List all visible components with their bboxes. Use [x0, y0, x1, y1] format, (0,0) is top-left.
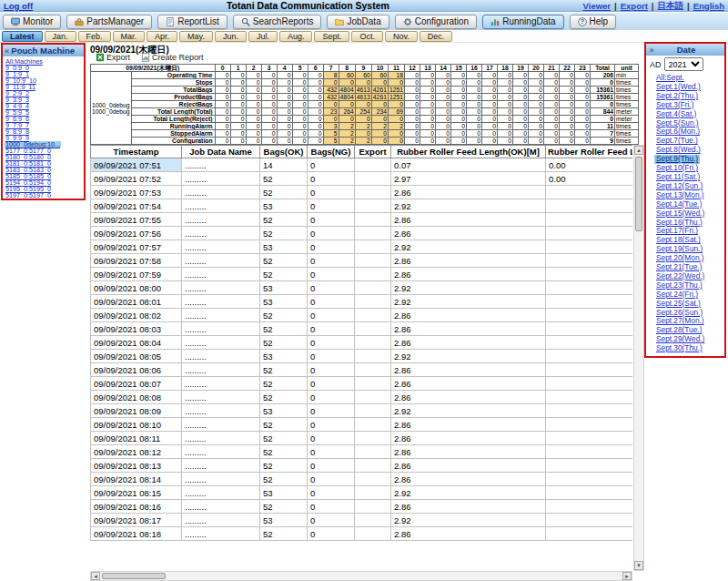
- top-link-viewer[interactable]: Viewer: [583, 1, 611, 11]
- summary-value-cell: 0: [544, 94, 560, 101]
- summary-value-cell: 0: [482, 130, 498, 138]
- month-tab-mar[interactable]: Mar.: [113, 31, 146, 42]
- month-tab-may[interactable]: May.: [179, 31, 213, 42]
- records-cell: 52: [260, 227, 308, 240]
- horizontal-scrollbar[interactable]: ◄ ►: [90, 571, 632, 581]
- summary-value-cell: 0: [513, 123, 529, 130]
- horizontal-scroll-thumb[interactable]: [102, 573, 166, 579]
- summary-value-cell: 0: [513, 72, 529, 79]
- records-cell: 0: [308, 309, 355, 322]
- records-cell: .........: [182, 254, 260, 268]
- top-link-export[interactable]: Export: [621, 1, 648, 11]
- records-cell: [355, 227, 391, 240]
- collapse-right-panel-button[interactable]: »: [646, 45, 657, 56]
- summary-value-cell: 18: [388, 72, 404, 79]
- machine-link[interactable]: 5197_0:5197_0: [5, 192, 52, 199]
- records-cell: .........: [182, 500, 260, 514]
- records-cell: 0: [308, 445, 355, 459]
- records-cell: 0: [308, 336, 355, 350]
- summary-value-cell: 0: [292, 87, 308, 94]
- summary-unit-cell: times: [615, 94, 639, 101]
- summary-value-cell: 0: [498, 72, 513, 79]
- month-tabs: LatestJan.Feb.Mar.Apr.May.Jun.Jul.Aug.Se…: [0, 30, 728, 43]
- summary-value-cell: 0: [277, 87, 292, 94]
- nav-tab-monitor[interactable]: Monitor: [3, 15, 61, 29]
- records-cell: .........: [182, 418, 260, 432]
- summary-value-cell: 0: [405, 108, 420, 116]
- year-select[interactable]: 2021: [664, 57, 703, 71]
- summary-value-cell: 0: [529, 108, 544, 116]
- table-row: 09/09/2021 08:06.........5202.86: [91, 363, 633, 377]
- month-tab-dec[interactable]: Dec.: [420, 31, 453, 42]
- summary-value-cell: 0: [277, 72, 292, 79]
- summary-value-cell: 0: [339, 79, 355, 87]
- summary-value-cell: 5: [323, 138, 339, 145]
- summary-value-cell: 0: [467, 94, 482, 101]
- create-report-button[interactable]: Create Report: [141, 53, 204, 62]
- month-tab-jul[interactable]: Jul.: [248, 31, 278, 42]
- records-cell: [546, 254, 633, 268]
- records-cell: .........: [182, 158, 260, 172]
- nav-tab-reportlist[interactable]: ReportList: [157, 15, 228, 29]
- vertical-scrollbar[interactable]: ▲ ▼: [633, 145, 644, 571]
- top-link-2[interactable]: 日本語: [658, 0, 684, 12]
- summary-hour-header: 22: [560, 65, 575, 72]
- vertical-scroll-thumb[interactable]: [635, 157, 642, 231]
- summary-value-cell: 5: [323, 130, 339, 138]
- collapse-left-panel-button[interactable]: «: [3, 46, 11, 56]
- table-row: 09/09/2021 08:04.........5202.86: [91, 336, 633, 350]
- records-cell: 0: [308, 377, 355, 391]
- summary-value-cell: 0: [436, 72, 451, 79]
- summary-value-cell: 0: [246, 138, 261, 145]
- summary-value-cell: 0: [529, 116, 544, 123]
- month-tab-jan[interactable]: Jan.: [45, 31, 76, 42]
- summary-hour-header: 1: [230, 65, 246, 72]
- nav-tab-partsmanager[interactable]: PartsManager: [66, 15, 152, 29]
- summary-value-cell: 0: [261, 130, 277, 138]
- top-link-english[interactable]: English: [693, 1, 724, 11]
- summary-hour-header: 11: [388, 65, 404, 72]
- summary-value-cell: 0: [405, 94, 420, 101]
- records-cell: 2.92: [391, 199, 546, 213]
- records-cell: 2.86: [391, 363, 546, 377]
- nav-tab-runningdata[interactable]: RunningData: [482, 15, 563, 29]
- month-tab-sept[interactable]: Sept.: [314, 31, 349, 42]
- month-tab-feb[interactable]: Feb.: [78, 31, 111, 42]
- records-cell: [355, 391, 391, 404]
- nav-tab-help[interactable]: ?Help: [570, 15, 617, 29]
- records-table: TimestampJob Data NameBags(OK)Bags(NG)Ex…: [90, 145, 632, 541]
- date-link[interactable]: Sept.15(Wed.): [654, 209, 706, 219]
- nav-tab-configuration[interactable]: Configuration: [395, 15, 477, 29]
- summary-value-cell: 0: [261, 108, 277, 116]
- summary-value-cell: 0: [230, 101, 246, 108]
- monitor-icon: [11, 17, 20, 26]
- records-cell: .........: [182, 350, 260, 363]
- summary-value-cell: 0: [388, 116, 404, 123]
- records-cell: 09/09/2021 07:59: [91, 268, 182, 281]
- scroll-up-button[interactable]: ▲: [634, 146, 643, 155]
- scroll-left-button[interactable]: ◄: [91, 572, 100, 580]
- summary-value-cell: 0: [436, 130, 451, 138]
- nav-tab-searchreports[interactable]: SearchReports: [233, 15, 322, 29]
- logoff-link[interactable]: Log off: [4, 1, 33, 11]
- export-button[interactable]: Export: [96, 53, 130, 62]
- date-link[interactable]: Sept.30(Thu.): [654, 344, 704, 353]
- summary-value-cell: 0: [420, 138, 436, 145]
- table-row: 09/09/2021 07:51.........1400.070.00: [91, 158, 633, 172]
- nav-tab-jobdata[interactable]: JobData: [327, 15, 389, 29]
- month-tab-oct[interactable]: Oct.: [351, 31, 383, 42]
- month-tab-jun[interactable]: Jun.: [215, 31, 247, 42]
- summary-value-cell: 0: [575, 123, 591, 130]
- scroll-right-button[interactable]: ►: [622, 572, 632, 580]
- month-tab-aug[interactable]: Aug.: [279, 31, 313, 42]
- summary-value-cell: 0: [420, 123, 436, 130]
- summary-value-cell: 0: [405, 87, 420, 94]
- month-tab-nov[interactable]: Nov.: [385, 31, 418, 42]
- records-cell: 0.00: [546, 158, 633, 172]
- summary-value-cell: 0: [246, 94, 261, 101]
- month-tab-latest[interactable]: Latest: [2, 31, 43, 42]
- summary-value-cell: 0: [308, 101, 323, 108]
- records-cell: [355, 336, 391, 350]
- scroll-down-button[interactable]: ▼: [634, 561, 643, 570]
- month-tab-apr[interactable]: Apr.: [147, 31, 177, 42]
